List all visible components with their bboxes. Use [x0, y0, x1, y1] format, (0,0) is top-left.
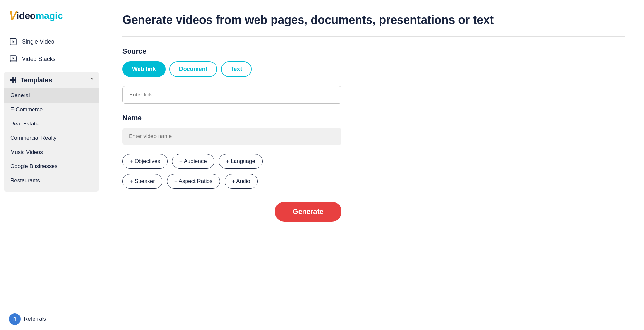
source-buttons: Web link Document Text: [122, 61, 625, 77]
divider: [122, 36, 625, 37]
nav-section: Single Video Video Stacks: [0, 30, 103, 70]
referrals-area[interactable]: R Referrals: [0, 308, 103, 330]
language-button[interactable]: + Language: [219, 154, 263, 169]
templates-label: Templates: [21, 76, 52, 84]
template-item-ecommerce[interactable]: E-Commerce: [4, 103, 99, 117]
video-name-input[interactable]: [122, 128, 341, 145]
objectives-button[interactable]: + Objectives: [122, 154, 168, 169]
template-item-general[interactable]: General: [4, 88, 99, 103]
template-item-real-estate[interactable]: Real Estate: [4, 117, 99, 131]
template-item-music-videos[interactable]: Music Videos: [4, 145, 99, 159]
template-item-commercial-realty[interactable]: Commercial Realty: [4, 131, 99, 145]
link-input[interactable]: [122, 86, 341, 104]
templates-header[interactable]: Templates ⌃: [4, 72, 99, 88]
generate-button[interactable]: Generate: [275, 202, 341, 222]
template-list: General E-Commerce Real Estate Commercia…: [4, 88, 99, 192]
main-content: Generate videos from web pages, document…: [103, 0, 644, 330]
single-video-label: Single Video: [22, 38, 54, 45]
document-button[interactable]: Document: [169, 61, 217, 77]
audio-button[interactable]: + Audio: [225, 174, 258, 189]
play-icon: [9, 37, 17, 46]
sidebar-item-single-video[interactable]: Single Video: [0, 33, 103, 50]
svg-rect-6: [13, 77, 16, 80]
svg-rect-5: [10, 77, 13, 80]
generate-area: Generate: [122, 202, 341, 222]
referrals-label: Referrals: [24, 316, 46, 322]
speaker-button[interactable]: + Speaker: [122, 174, 162, 189]
options-row-1: + Objectives + Audience + Language: [122, 154, 625, 169]
templates-header-left: Templates: [9, 76, 52, 84]
logo-text: ideomagic: [16, 10, 63, 21]
source-label: Source: [122, 47, 625, 55]
logo: V ideomagic: [9, 9, 94, 23]
templates-section: Templates ⌃ General E-Commerce Real Esta…: [4, 72, 99, 192]
svg-marker-1: [13, 40, 15, 43]
logo-v: V: [9, 9, 16, 23]
template-item-restaurants[interactable]: Restaurants: [4, 174, 99, 188]
svg-rect-8: [13, 80, 16, 83]
video-stacks-label: Video Stacks: [22, 56, 56, 63]
stacks-icon: [9, 55, 17, 63]
logo-magic: magic: [36, 10, 63, 21]
web-link-button[interactable]: Web link: [122, 61, 166, 77]
referrals-avatar: R: [9, 313, 21, 325]
options-row-2: + Speaker + Aspect Ratios + Audio: [122, 174, 625, 189]
text-button[interactable]: Text: [221, 61, 252, 77]
audience-button[interactable]: + Audience: [172, 154, 214, 169]
name-label: Name: [122, 114, 625, 122]
svg-rect-7: [10, 80, 13, 83]
aspect-ratios-button[interactable]: + Aspect Ratios: [167, 174, 220, 189]
templates-icon: [9, 76, 17, 84]
chevron-up-icon: ⌃: [90, 77, 94, 83]
sidebar: V ideomagic Single Video Video Stacks: [0, 0, 103, 330]
template-item-google-businesses[interactable]: Google Businesses: [4, 159, 99, 174]
logo-area: V ideomagic: [0, 0, 103, 30]
sidebar-item-video-stacks[interactable]: Video Stacks: [0, 50, 103, 68]
page-title: Generate videos from web pages, document…: [122, 13, 625, 27]
